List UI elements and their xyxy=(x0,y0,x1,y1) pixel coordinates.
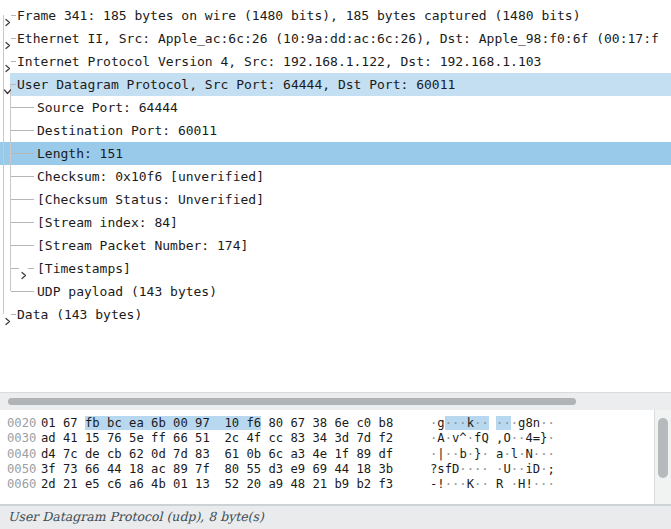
collapsed-chevron-icon[interactable] xyxy=(3,34,12,43)
tree-row-label: Source Port: 64444 xyxy=(37,96,178,119)
tree-row[interactable]: Ethernet II, Src: Apple_ac:6c:26 (10:9a:… xyxy=(0,27,671,50)
tree-row[interactable]: Data (143 bytes) xyxy=(0,303,671,326)
tree-connector-line xyxy=(28,268,34,269)
hex-offset: 0030 xyxy=(7,431,36,446)
hex-bytes: 3f 73 66 44 18 ac 89 7f 80 55 d3 e9 69 4… xyxy=(41,462,393,477)
hex-offset: 0060 xyxy=(7,477,36,492)
tree-row-label: UDP payload (143 bytes) xyxy=(37,280,217,303)
tree-row[interactable]: [Stream index: 84] xyxy=(0,211,671,234)
tree-row-label: Length: 151 xyxy=(37,142,123,165)
hex-offset: 0040 xyxy=(7,447,36,462)
tree-row-label: Destination Port: 60011 xyxy=(37,119,217,142)
tree-row-label: Data (143 bytes) xyxy=(17,303,142,326)
hex-offset: 0020 xyxy=(7,416,36,431)
tree-row[interactable]: UDP payload (143 bytes) xyxy=(0,280,671,303)
hex-bytes: 2d 21 e5 c6 a6 4b 01 13 52 20 a9 48 21 b… xyxy=(41,477,393,492)
tree-row[interactable]: Source Port: 64444 xyxy=(0,96,671,119)
tree-connector-line xyxy=(11,222,34,223)
ascii-bytes: ·A·v^·fQ ,O··4=}· xyxy=(430,431,555,446)
hex-bytes: d4 7c de cb 62 0d 7d 83 61 0b 6c a3 4e 1… xyxy=(41,447,393,462)
hex-bytes: ad 41 15 76 5e ff 66 51 2c 4f cc 83 34 3… xyxy=(41,431,393,446)
tree-connector-line xyxy=(11,245,34,246)
tree-guide-line xyxy=(10,84,11,291)
tree-row[interactable]: User Datagram Protocol, Src Port: 64444,… xyxy=(0,73,671,96)
tree-row-label: [Stream Packet Number: 174] xyxy=(37,234,248,257)
hex-bytes: 01 67 fb bc ea 6b 00 97 10 f6 80 67 38 6… xyxy=(41,416,393,431)
hex-row[interactable]: 0040d4 7c de cb 62 0d 7d 83 61 0b 6c a3 … xyxy=(0,447,671,462)
wireshark-window: Frame 341: 185 bytes on wire (1480 bits)… xyxy=(0,0,671,529)
tree-connector-line xyxy=(11,268,19,269)
tree-row[interactable]: [Timestamps] xyxy=(0,257,671,280)
ascii-bytes: -!···K·· R ·H!··· xyxy=(430,477,555,492)
tree-row-label: [Timestamps] xyxy=(37,257,131,280)
tree-row-label: Ethernet II, Src: Apple_ac:6c:26 (10:9a:… xyxy=(17,27,659,50)
tree-row-label: Frame 341: 185 bytes on wire (1480 bits)… xyxy=(17,4,581,27)
hex-row[interactable]: 0030ad 41 15 76 5e ff 66 51 2c 4f cc 83 … xyxy=(0,431,671,446)
collapsed-chevron-icon[interactable] xyxy=(3,11,12,20)
packet-detail-pane[interactable]: Frame 341: 185 bytes on wire (1480 bits)… xyxy=(0,0,671,393)
tree-connector-line xyxy=(11,130,34,131)
hex-offset: 0050 xyxy=(7,462,36,477)
tree-row[interactable]: [Stream Packet Number: 174] xyxy=(0,234,671,257)
tree-row[interactable]: Frame 341: 185 bytes on wire (1480 bits)… xyxy=(0,4,671,27)
ascii-bytes: ·g···k·· ···g8n·· xyxy=(430,416,555,431)
expanded-chevron-icon[interactable] xyxy=(3,80,12,89)
horizontal-scrollbar[interactable] xyxy=(0,393,671,410)
collapsed-chevron-icon[interactable] xyxy=(3,310,12,319)
tree-row[interactable]: [Checksum Status: Unverified] xyxy=(0,188,671,211)
tree-row-label: Internet Protocol Version 4, Src: 192.16… xyxy=(17,50,541,73)
tree-row[interactable]: Checksum: 0x10f6 [unverified] xyxy=(0,165,671,188)
tree-row-label: [Stream index: 84] xyxy=(37,211,178,234)
tree-connector-line xyxy=(11,199,34,200)
ascii-bytes: ?sfD···· ·U··iD·; xyxy=(430,462,555,477)
tree-row-label: Checksum: 0x10f6 [unverified] xyxy=(37,165,264,188)
hex-row[interactable]: 00503f 73 66 44 18 ac 89 7f 80 55 d3 e9 … xyxy=(0,462,671,477)
tree-row-label: User Datagram Protocol, Src Port: 64444,… xyxy=(17,73,455,96)
hex-row[interactable]: 002001 67 fb bc ea 6b 00 97 10 f6 80 67 … xyxy=(0,416,671,431)
ascii-bytes: ·|··b·}· a·l·N··· xyxy=(430,447,555,462)
tree-row-label: [Checksum Status: Unverified] xyxy=(37,188,264,211)
packet-bytes-pane[interactable]: 002001 67 fb bc ea 6b 00 97 10 f6 80 67 … xyxy=(0,410,671,505)
hex-row[interactable]: 00602d 21 e5 c6 a6 4b 01 13 52 20 a9 48 … xyxy=(0,477,671,492)
collapsed-chevron-icon[interactable] xyxy=(19,264,28,273)
tree-row[interactable]: Internet Protocol Version 4, Src: 192.16… xyxy=(0,50,671,73)
collapsed-chevron-icon[interactable] xyxy=(3,57,12,66)
tree-connector-line xyxy=(11,107,34,108)
tree-row[interactable]: Destination Port: 60011 xyxy=(0,119,671,142)
status-bar: User Datagram Protocol (udp), 8 byte(s) xyxy=(0,505,671,529)
horizontal-scrollbar-thumb[interactable] xyxy=(8,398,576,405)
tree-connector-line xyxy=(11,153,34,154)
tree-connector-line xyxy=(11,176,34,177)
tree-row[interactable]: Length: 151 xyxy=(0,142,671,165)
status-field-info: User Datagram Protocol (udp), 8 byte(s) xyxy=(8,509,264,524)
tree-connector-line xyxy=(11,291,34,292)
